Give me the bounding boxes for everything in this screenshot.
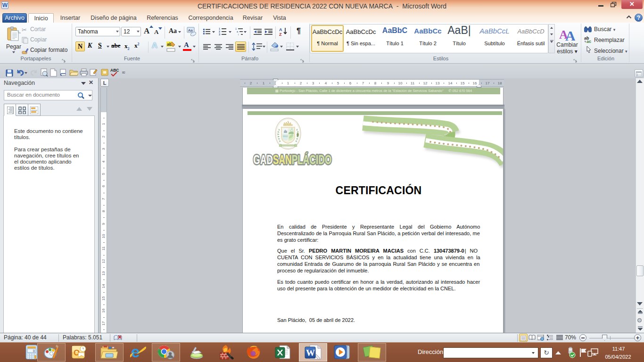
svg-text:0: 0 <box>33 349 35 353</box>
svg-text:A: A <box>565 28 575 41</box>
svg-text:ABC: ABC <box>110 68 119 73</box>
svg-text:ac: ac <box>586 39 591 43</box>
svg-text:i: i <box>238 33 239 35</box>
svg-text:Z: Z <box>279 32 282 36</box>
svg-text:W: W <box>306 348 315 358</box>
svg-text:Aa: Aa <box>188 28 193 33</box>
svg-text:GADSANPLÁCIDO: GADSANPLÁCIDO <box>253 152 331 167</box>
svg-text:3: 3 <box>219 33 220 35</box>
svg-text:e: e <box>131 345 140 360</box>
svg-text:A: A <box>279 27 282 32</box>
